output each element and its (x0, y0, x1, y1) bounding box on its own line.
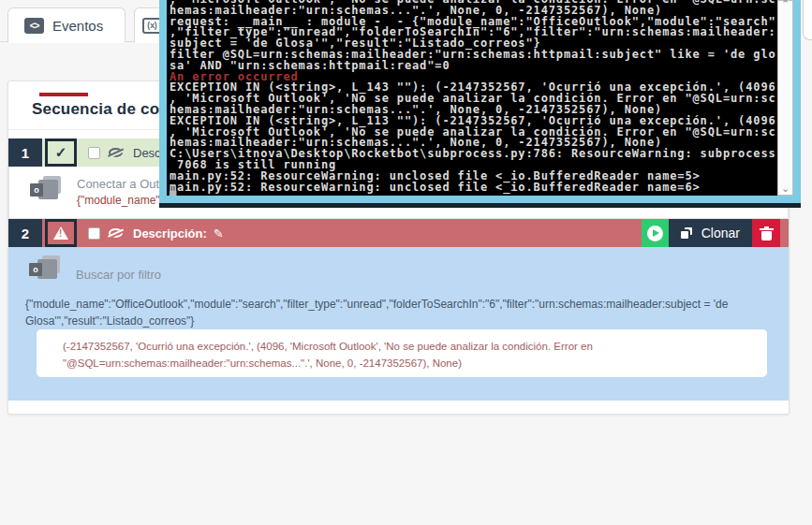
step-2-edit-pencil-icon[interactable]: ✎ (214, 226, 224, 241)
params-line-1: {"module_name":"OfficeOutlook","module":… (25, 296, 775, 313)
tab-eventos-label: Eventos (52, 18, 103, 34)
console-line: main.py:52: ResourceWarning: unclosed fi… (170, 182, 777, 194)
play-step-button[interactable] (642, 219, 669, 247)
clone-icon (681, 227, 693, 240)
step-error-box: (-2147352567, 'Ocurrió una excepción.', … (37, 329, 767, 377)
step-2-number-badge: 2 (8, 219, 42, 247)
warning-icon (53, 226, 68, 240)
step-2-status-warning[interactable] (45, 219, 77, 247)
step-1-hide-eye-icon[interactable] (109, 148, 123, 157)
outlook-module-icon: o (29, 255, 65, 285)
clone-button-label: Clonar (701, 226, 740, 241)
trash-icon (761, 231, 772, 241)
play-icon (647, 226, 663, 241)
tab-eventos[interactable]: <> Eventos (7, 7, 125, 43)
error-line-2: "@SQL=urn:schemas:mailheader:"urn:schema… (63, 355, 767, 372)
step-2-header: 2 Descripción: ✎ Clonar (8, 219, 789, 247)
outlook-module-icon: o (30, 176, 66, 206)
console-scrollbar[interactable]: ⌃ ⌄ (777, 0, 793, 196)
step-2: 2 Descripción: ✎ Clonar (8, 219, 789, 401)
step-2-description-label: Descripción: (133, 226, 207, 241)
check-icon: ✓ (55, 144, 67, 161)
delete-button[interactable] (752, 219, 780, 247)
scroll-down-icon[interactable]: ⌄ (778, 182, 792, 195)
params-line-2: Glosa'","result":"Listado_correos"} (25, 313, 775, 329)
scroll-up-icon[interactable]: ⌃ (778, 0, 792, 10)
error-line-1: (-2147352567, 'Ocurrió una excepción.', … (63, 338, 767, 355)
step-2-module-params: {"module_name":"OfficeOutlook","module":… (25, 296, 775, 329)
step-2-body: o Buscar por filtro {"module_name":"Offi… (8, 247, 789, 401)
title-accent-bar (39, 93, 88, 96)
console-window: , 'Microsoft Outlook', 'No se puede anal… (159, 0, 801, 208)
step-2-module-title: Buscar por filtro (76, 268, 161, 282)
code-icon: <> (24, 18, 44, 34)
clone-button[interactable]: Clonar (669, 219, 752, 247)
console-screen: , 'Microsoft Outlook', 'No se puede anal… (167, 0, 777, 196)
step-1-status-check[interactable]: ✓ (45, 139, 77, 167)
step-1-number-badge: 1 (8, 139, 42, 167)
step-1-checkbox[interactable] (88, 147, 100, 159)
step-2-hide-eye-icon[interactable] (109, 228, 123, 238)
step-2-checkbox[interactable] (88, 227, 100, 240)
tab-fragment (803, 0, 812, 40)
